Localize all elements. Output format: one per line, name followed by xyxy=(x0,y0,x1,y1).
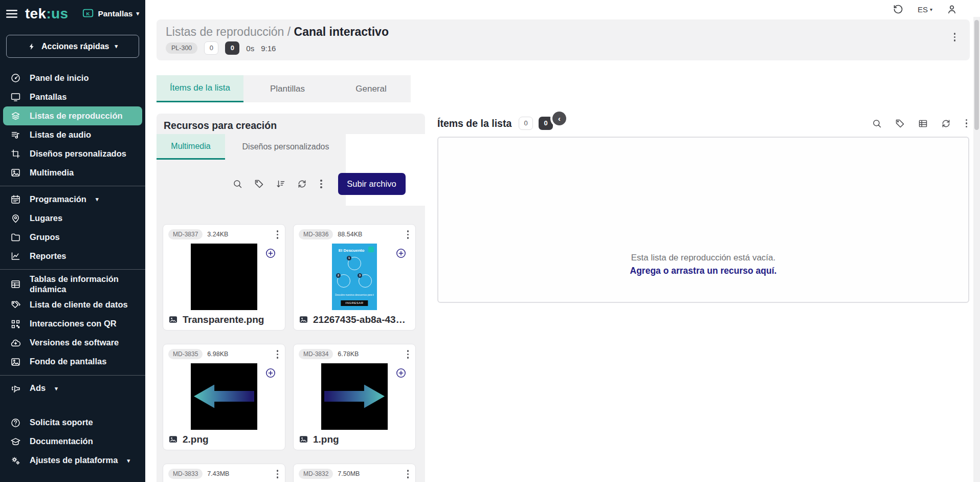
tag-icon[interactable] xyxy=(254,179,264,189)
sidebar-item-lugares[interactable]: Lugares xyxy=(3,209,142,228)
add-to-playlist-button[interactable] xyxy=(261,244,280,263)
hamburger-menu-icon[interactable] xyxy=(5,7,18,20)
main-tabs: Ítems de la lista Plantillas General xyxy=(157,75,411,102)
breadcrumb: Listas de reproducción / Canal interacti… xyxy=(166,24,961,40)
card-kebab-icon[interactable] xyxy=(275,468,281,480)
scrollbar-thumb[interactable] xyxy=(974,20,979,130)
header-kebab-icon[interactable] xyxy=(952,31,958,43)
sidebar-divider xyxy=(0,269,145,270)
sidebar-item-disenos-personalizados[interactable]: Diseños personalizados xyxy=(3,144,142,163)
card-kebab-icon[interactable] xyxy=(275,228,281,241)
chevron-down-icon: ▾ xyxy=(55,385,58,392)
tag-icon[interactable] xyxy=(895,118,905,129)
image-file-icon xyxy=(299,315,308,324)
add-to-playlist-button[interactable] xyxy=(391,363,411,383)
media-size-label: 3.24KB xyxy=(207,231,228,238)
tab-multimedia[interactable]: Multimedia xyxy=(157,134,225,160)
sidebar-item-lista-cliente-datos[interactable]: Lista de cliente de datos xyxy=(3,296,142,315)
language-selector[interactable]: ES ▾ xyxy=(918,5,932,14)
media-card[interactable]: MD-3837 3.24KB Transparente.png xyxy=(163,224,285,331)
logo-dots: : xyxy=(46,6,51,21)
sidebar-item-documentacion[interactable]: Documentación xyxy=(3,432,142,451)
tab-items-de-la-lista[interactable]: Ítems de la lista xyxy=(157,75,243,102)
media-thumbnail-arrow-right xyxy=(321,363,388,430)
sidebar-item-panel-de-inicio[interactable]: Panel de inicio xyxy=(3,69,142,87)
media-card[interactable]: MD-3834 6.78KB 1.png xyxy=(293,344,416,450)
help-circle-icon xyxy=(10,418,21,428)
chevron-down-icon: ▾ xyxy=(127,457,130,464)
sidebar: tek:us K Pantallas ▾ Acciones rápidas ▾ … xyxy=(0,0,145,482)
sidebar-item-reportes[interactable]: Reportes xyxy=(3,247,142,266)
sync-icon[interactable] xyxy=(941,118,951,129)
media-card[interactable]: MD-3836 88.54KB El Descuento 1 2 3 Descu… xyxy=(293,224,416,331)
card-kebab-icon[interactable] xyxy=(275,348,281,361)
card-kebab-icon[interactable] xyxy=(405,228,411,241)
tab-general[interactable]: General xyxy=(331,75,411,102)
language-label: ES xyxy=(918,5,928,14)
bolt-icon xyxy=(28,42,36,51)
sidebar-item-solicita-soporte[interactable]: Solicita soporte xyxy=(3,413,142,432)
image-file-icon xyxy=(299,434,308,444)
media-card[interactable]: MD-3835 6.98KB 2.png xyxy=(163,344,285,450)
playlist-code-badge: PL-300 xyxy=(166,42,197,54)
media-card[interactable]: MD-3833 7.43MB xyxy=(163,464,285,482)
topbar: ES ▾ xyxy=(145,0,973,18)
sidebar-item-ads[interactable]: Ads ▾ xyxy=(3,379,142,398)
empty-state-action[interactable]: Agrega o arrastra un recurso aquí. xyxy=(630,266,777,276)
image-icon xyxy=(10,167,21,178)
breadcrumb-parent[interactable]: Listas de reproducción xyxy=(166,25,284,38)
playlist-kebab-icon[interactable] xyxy=(964,117,970,130)
tab-plantillas[interactable]: Plantillas xyxy=(243,75,331,102)
sidebar-item-interacciones-qr[interactable]: Interacciones con QR xyxy=(3,315,142,334)
sidebar-item-fondo-pantallas[interactable]: Fondo de pantallas xyxy=(3,353,142,371)
folder-icon xyxy=(10,232,21,243)
media-id-badge: MD-3832 xyxy=(299,469,333,479)
sort-icon[interactable] xyxy=(275,179,286,189)
upload-file-button[interactable]: Subir archivo xyxy=(338,173,406,195)
breadcrumb-separator: / xyxy=(287,25,291,38)
media-card[interactable]: MD-3832 7.50MB xyxy=(293,464,416,482)
audio-list-icon xyxy=(10,129,21,140)
quick-actions-button[interactable]: Acciones rápidas ▾ xyxy=(6,35,139,58)
add-to-playlist-button[interactable] xyxy=(261,363,280,383)
sidebar-item-listas-de-audio[interactable]: Listas de audio xyxy=(3,125,142,144)
chevron-down-icon: ▾ xyxy=(115,43,118,50)
media-size-label: 6.98KB xyxy=(207,350,228,358)
search-icon[interactable] xyxy=(232,179,243,189)
media-id-badge: MD-3837 xyxy=(168,229,203,239)
sidebar-item-ajustes-plataforma[interactable]: Ajustes de plataforma ▾ xyxy=(3,451,142,470)
tekus-logo[interactable]: tek:us xyxy=(25,7,68,21)
collapse-panel-button[interactable]: ‹ xyxy=(552,112,566,125)
search-icon[interactable] xyxy=(872,118,882,129)
table-view-icon[interactable] xyxy=(918,118,928,129)
card-kebab-icon[interactable] xyxy=(405,348,411,361)
sidebar-spacer xyxy=(0,398,145,413)
sidebar-item-grupos[interactable]: Grupos xyxy=(3,228,142,247)
playlist-meta-row: PL-300 0 0 0s 9:16 xyxy=(166,41,961,55)
quick-actions-label: Acciones rápidas xyxy=(41,42,109,51)
sidebar-item-versiones-software[interactable]: Versiones de software xyxy=(3,334,142,353)
duration-label: 0s xyxy=(246,44,254,53)
sync-icon[interactable] xyxy=(297,179,307,189)
media-size-label: 7.43MB xyxy=(207,470,229,477)
sidebar-item-multimedia[interactable]: Multimedia xyxy=(3,163,142,182)
map-pin-icon xyxy=(10,213,21,224)
toolbar-kebab-icon[interactable] xyxy=(318,178,324,190)
sidebar-item-listas-de-reproduccion[interactable]: Listas de reproducción xyxy=(3,106,142,125)
sidebar-item-pantallas[interactable]: Pantallas xyxy=(3,87,142,106)
count-badge-light: 0 xyxy=(519,117,533,130)
calendar-icon xyxy=(10,194,21,205)
tab-disenos-personalizados[interactable]: Diseños personalizados xyxy=(225,134,346,160)
sidebar-item-tablas-informacion-dinamica[interactable]: Tablas de información dinámica xyxy=(3,273,142,296)
screens-dropdown[interactable]: K Pantallas ▾ xyxy=(82,8,139,19)
monitor-k-icon: K xyxy=(82,8,94,19)
add-to-playlist-button[interactable] xyxy=(391,244,411,263)
plus-circle-icon xyxy=(264,367,277,379)
history-icon[interactable] xyxy=(893,4,904,15)
user-icon[interactable] xyxy=(946,4,957,15)
card-kebab-icon[interactable] xyxy=(405,468,411,480)
vertical-scrollbar[interactable] xyxy=(973,17,980,482)
playlist-dropzone[interactable]: Esta lista de reproducción está vacía. A… xyxy=(437,137,969,303)
sidebar-item-programacion[interactable]: Programación ▾ xyxy=(3,190,142,209)
chevron-down-icon: ▾ xyxy=(136,10,139,17)
